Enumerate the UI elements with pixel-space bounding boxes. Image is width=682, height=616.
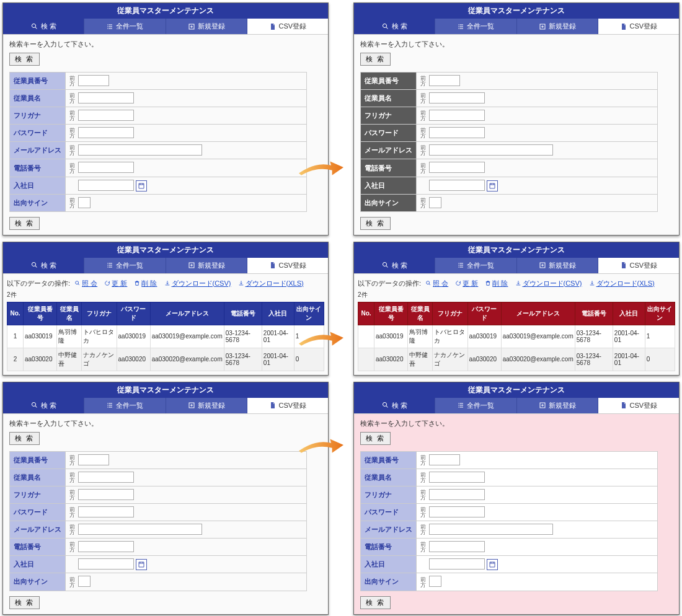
calendar-icon[interactable] xyxy=(487,559,498,570)
tab-new[interactable]: 新規登録 xyxy=(517,398,598,413)
input-password[interactable] xyxy=(78,127,134,138)
input-joindate[interactable] xyxy=(429,558,485,570)
file-icon xyxy=(620,262,627,269)
search-button-bottom[interactable]: 検 索 xyxy=(9,596,40,609)
input-sign[interactable] xyxy=(78,576,91,587)
tab-new[interactable]: 新規登録 xyxy=(517,258,598,273)
search-form: 従業員番号前方 従業員名前方 フリガナ前方 パスワード前方 メールアドレス前方 … xyxy=(9,451,307,591)
list-icon xyxy=(106,23,113,30)
tab-csv[interactable]: CSV登録 xyxy=(598,258,679,273)
plus-icon xyxy=(188,262,195,269)
search-button-top[interactable]: 検 索 xyxy=(9,53,40,66)
calendar-icon[interactable] xyxy=(136,559,147,570)
panel-search-pink: 従業員マスターメンテナンス 検 索 全件一覧 新規登録 CSV登録 検索キーを入… xyxy=(353,382,680,615)
input-email[interactable] xyxy=(78,524,202,535)
tab-list[interactable]: 全件一覧 xyxy=(84,19,166,34)
tab-search[interactable]: 検 索 xyxy=(354,19,435,34)
col-header: 電話番号 xyxy=(224,302,262,325)
input-empno[interactable] xyxy=(78,75,109,86)
input-password[interactable] xyxy=(429,506,485,517)
ops-row: 以下のデータの操作: 照 会 更 新 削 除 ダウンロード(CSV) ダウンロー… xyxy=(358,278,675,289)
input-email[interactable] xyxy=(429,144,553,156)
input-tel[interactable] xyxy=(78,162,134,173)
input-furigana[interactable] xyxy=(429,110,485,121)
input-tel[interactable] xyxy=(78,541,134,552)
input-empno[interactable] xyxy=(429,454,460,465)
result-table: No.従業員番号従業員名フリガナパスワードメールアドレス電話番号入社日出向サイン… xyxy=(7,302,324,371)
input-empno[interactable] xyxy=(78,454,109,465)
plus-icon xyxy=(188,402,195,409)
input-furigana[interactable] xyxy=(78,489,134,500)
tab-search[interactable]: 検 索 xyxy=(354,398,435,413)
tab-csv[interactable]: CSV登録 xyxy=(247,258,328,273)
tab-search[interactable]: 検 索 xyxy=(354,258,435,273)
input-sign[interactable] xyxy=(429,197,441,208)
input-email[interactable] xyxy=(429,524,553,535)
calendar-icon[interactable] xyxy=(136,180,147,191)
tab-list[interactable]: 全件一覧 xyxy=(435,398,516,413)
tab-new[interactable]: 新規登録 xyxy=(166,398,247,413)
tab-new[interactable]: 新規登録 xyxy=(166,19,247,34)
search-button-top[interactable]: 検 索 xyxy=(360,432,391,445)
op-dlxls[interactable]: ダウンロード(XLS) xyxy=(238,279,304,287)
label-sign: 出向サイン xyxy=(361,573,417,591)
calendar-icon[interactable] xyxy=(487,180,498,191)
search-button-top[interactable]: 検 索 xyxy=(360,53,391,66)
download-icon xyxy=(515,280,521,286)
op-update[interactable]: 更 新 xyxy=(104,279,127,287)
tab-search[interactable]: 検 索 xyxy=(3,398,84,413)
input-sign[interactable] xyxy=(78,197,91,208)
op-view[interactable]: 照 会 xyxy=(425,279,448,287)
op-update[interactable]: 更 新 xyxy=(455,279,478,287)
tab-list[interactable]: 全件一覧 xyxy=(435,258,516,273)
tab-list[interactable]: 全件一覧 xyxy=(84,398,166,413)
input-joindate[interactable] xyxy=(78,558,134,570)
search-button-bottom[interactable]: 検 索 xyxy=(9,217,40,230)
search-button-bottom[interactable]: 検 索 xyxy=(360,596,391,609)
input-joindate[interactable] xyxy=(78,180,134,191)
tab-search[interactable]: 検 索 xyxy=(3,258,84,273)
tab-new[interactable]: 新規登録 xyxy=(166,258,247,273)
input-password[interactable] xyxy=(429,127,485,138)
tab-search[interactable]: 検 索 xyxy=(3,19,84,34)
input-empname[interactable] xyxy=(78,92,134,103)
panel-search-dark: 従業員マスターメンテナンス 検 索 全件一覧 新規登録 CSV登録 検索キーを入… xyxy=(353,2,680,235)
input-sign[interactable] xyxy=(429,576,441,587)
op-dlcsv[interactable]: ダウンロード(CSV) xyxy=(164,279,231,287)
col-header: 電話番号 xyxy=(575,302,613,325)
op-view[interactable]: 照 会 xyxy=(74,279,97,287)
input-joindate[interactable] xyxy=(429,180,485,191)
op-delete[interactable]: 削 除 xyxy=(485,279,508,287)
op-dlxls[interactable]: ダウンロード(XLS) xyxy=(589,279,655,287)
tab-list[interactable]: 全件一覧 xyxy=(435,19,516,34)
op-dlcsv[interactable]: ダウンロード(CSV) xyxy=(515,279,582,287)
label-joindate: 入社日 xyxy=(10,177,66,194)
table-row[interactable]: 1aa030019鳥羽博隆トバヒロタカaa030019aa030019@exam… xyxy=(7,325,324,348)
input-tel[interactable] xyxy=(429,541,485,552)
input-tel[interactable] xyxy=(429,162,485,173)
table-row[interactable]: aa030019鳥羽博隆トバヒロタカaa030019aa030019@examp… xyxy=(358,325,675,348)
tab-csv[interactable]: CSV登録 xyxy=(598,19,679,34)
page-title: 従業員マスターメンテナンス xyxy=(3,3,328,19)
label-tel: 電話番号 xyxy=(10,539,66,556)
search-button-bottom[interactable]: 検 索 xyxy=(360,217,391,230)
input-furigana[interactable] xyxy=(78,110,134,121)
input-furigana[interactable] xyxy=(429,489,485,500)
tab-csv[interactable]: CSV登録 xyxy=(247,19,328,34)
tab-csv[interactable]: CSV登録 xyxy=(598,398,679,413)
input-empname[interactable] xyxy=(429,92,485,103)
input-empname[interactable] xyxy=(429,472,485,483)
input-password[interactable] xyxy=(78,506,134,517)
tab-new[interactable]: 新規登録 xyxy=(517,19,598,34)
op-delete[interactable]: 削 除 xyxy=(134,279,157,287)
input-email[interactable] xyxy=(78,144,202,156)
input-empname[interactable] xyxy=(78,472,134,483)
tab-list[interactable]: 全件一覧 xyxy=(84,258,166,273)
tab-csv[interactable]: CSV登録 xyxy=(247,398,328,413)
search-button-top[interactable]: 検 索 xyxy=(9,432,40,445)
table-row[interactable]: aa030020中野健吾ナカノケンゴaa030020aa030020@examp… xyxy=(358,348,675,371)
label-joindate: 入社日 xyxy=(361,177,417,194)
input-empno[interactable] xyxy=(429,75,460,86)
table-row[interactable]: 2aa030020中野健吾ナカノケンゴaa030020aa030020@exam… xyxy=(7,348,324,371)
label-empno: 従業員番号 xyxy=(361,73,417,90)
